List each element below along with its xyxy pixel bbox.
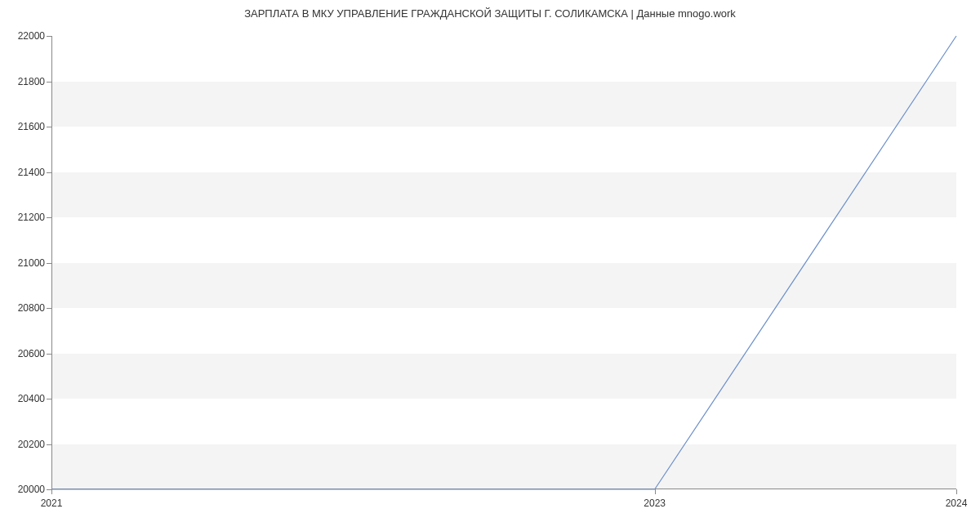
y-tick-mark — [47, 354, 51, 355]
plot-area — [51, 36, 956, 489]
x-tick-mark — [51, 489, 52, 494]
y-tick-label: 21600 — [4, 121, 45, 132]
y-tick-mark — [47, 308, 51, 309]
y-tick-mark — [47, 263, 51, 264]
y-tick-mark — [47, 172, 51, 173]
y-tick-label: 21200 — [4, 212, 45, 223]
x-tick-mark — [956, 489, 957, 494]
y-tick-mark — [47, 217, 51, 218]
y-tick-mark — [47, 444, 51, 445]
y-tick-label: 22000 — [4, 30, 45, 42]
x-tick-label: 2023 — [644, 498, 666, 509]
y-tick-mark — [47, 82, 51, 83]
x-tick-label: 2021 — [41, 498, 63, 509]
x-tick-label: 2024 — [946, 498, 968, 509]
y-tick-label: 21000 — [4, 257, 45, 269]
y-tick-label: 20000 — [4, 484, 45, 495]
y-tick-label: 20600 — [4, 348, 45, 359]
y-tick-label: 21800 — [4, 76, 45, 87]
y-tick-mark — [47, 127, 51, 127]
y-tick-label: 20200 — [4, 439, 45, 450]
y-tick-label: 20800 — [4, 302, 45, 314]
y-tick-mark — [47, 399, 51, 399]
y-tick-label: 21400 — [4, 167, 45, 178]
x-tick-mark — [655, 489, 656, 494]
chart-title: ЗАРПЛАТА В МКУ УПРАВЛЕНИЕ ГРАЖДАНСКОЙ ЗА… — [0, 7, 980, 20]
y-tick-mark — [47, 36, 51, 37]
data-series-line — [51, 36, 956, 489]
y-tick-label: 20400 — [4, 393, 45, 404]
